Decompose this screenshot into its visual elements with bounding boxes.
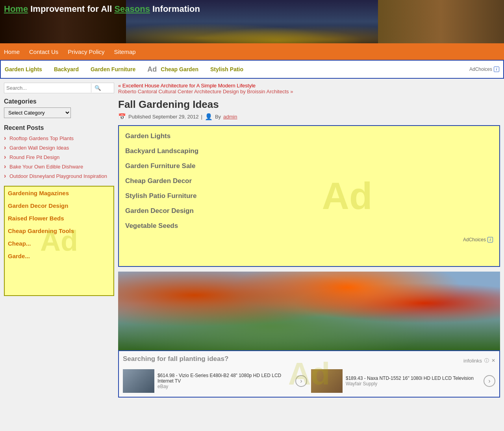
post-link[interactable]: Bake Your Own Edible Dishware bbox=[9, 164, 83, 170]
by-label: By bbox=[215, 114, 221, 120]
infolinks-arrow-1[interactable]: › bbox=[295, 375, 307, 387]
site-header: Home Improvement for All Seasons Informa… bbox=[0, 0, 504, 43]
adchoices-label: AdChoices bbox=[463, 237, 486, 242]
infolinks-body: $614.98 - Vizio E-Series E480i-B2 48" 10… bbox=[123, 369, 495, 393]
recent-posts-heading: Recent Posts bbox=[4, 124, 114, 131]
recent-posts-list: Rooftop Gardens Top Plants Garden Wall D… bbox=[4, 135, 114, 179]
sidebar: 🔍 Categories Select Category Recent Post… bbox=[4, 83, 114, 398]
infolinks-ad: Ad Searching for fall planting ideas? in… bbox=[118, 350, 500, 398]
post-link[interactable]: Garden Wall Design Ideas bbox=[9, 145, 69, 151]
ad-link-backyard[interactable]: Backyard Landscaping bbox=[125, 147, 493, 155]
separator: | bbox=[201, 114, 202, 120]
post-link[interactable]: Rooftop Gardens Top Plants bbox=[9, 135, 74, 141]
seasons-link[interactable]: Seasons bbox=[114, 4, 150, 14]
nav-home[interactable]: Home bbox=[4, 48, 20, 55]
nav-privacy[interactable]: Privacy Policy bbox=[68, 48, 104, 55]
infolinks-question: Searching for fall planting ideas? bbox=[123, 355, 228, 363]
sidebar-ad-gardening[interactable]: Gardening Magazines bbox=[8, 190, 110, 197]
nav-sitemap[interactable]: Sitemap bbox=[114, 48, 136, 55]
list-item: Round Fire Pit Design bbox=[4, 154, 114, 161]
categories-section: Categories Select Category bbox=[4, 98, 114, 124]
infolinks-text-1: $614.98 - Vizio E-Series E480i-B2 48" 10… bbox=[158, 373, 292, 389]
adchoices-icon: i bbox=[494, 67, 499, 72]
list-item: Outdoor Disneyland Playground Inspiratio… bbox=[4, 172, 114, 179]
ad-link-garden-furniture[interactable]: Garden Furniture Sale bbox=[125, 162, 493, 170]
list-item: Bake Your Own Edible Dishware bbox=[4, 163, 114, 170]
sidebar-ad-box: Ad Gardening Magazines Garden Decor Desi… bbox=[4, 186, 114, 296]
ad-link-garden-decor[interactable]: Garden Decor Design bbox=[125, 207, 493, 215]
category-select[interactable]: Select Category bbox=[4, 107, 71, 118]
site-title: Home Improvement for All Seasons Informa… bbox=[4, 4, 200, 14]
fall-image bbox=[118, 272, 500, 350]
article-title: Fall Gardening Ideas bbox=[118, 98, 500, 111]
user-icon: 👤 bbox=[205, 113, 213, 120]
ad-nav-garden-furniture[interactable]: Garden Furniture bbox=[91, 66, 135, 72]
sidebar-ad-decor[interactable]: Garden Decor Design bbox=[8, 202, 110, 209]
infolinks-item-2: $189.43 - Naxa NTD-1552 16" 1080i HD LED… bbox=[311, 369, 495, 393]
infolinks-branding: infolinks ⓘ ✕ bbox=[463, 357, 495, 364]
search-input[interactable] bbox=[4, 83, 91, 93]
sidebar-ad-tools[interactable]: Cheap Gardening Tools bbox=[8, 228, 110, 235]
ad-nav-garden-lights[interactable]: Garden Lights bbox=[5, 66, 42, 72]
nav-bar: Home Contact Us Privacy Policy Sitemap bbox=[0, 43, 504, 60]
categories-heading: Categories bbox=[4, 98, 114, 105]
ad-nav-backyard[interactable]: Backyard bbox=[54, 66, 79, 72]
search-bar: 🔍 bbox=[4, 83, 114, 93]
breadcrumb-prev[interactable]: « Excellent House Architecture for A Sim… bbox=[118, 83, 256, 89]
publish-date: Published September 29, 2012 bbox=[128, 114, 199, 120]
ad-link-vegetable[interactable]: Vegetable Seeds bbox=[125, 222, 493, 230]
ad-nav-cheap-garden[interactable]: Cheap Garden bbox=[161, 66, 198, 72]
ad-nav-bar: Garden Lights Backyard Garden Furniture … bbox=[0, 60, 504, 79]
infolinks-text-2: $189.43 - Naxa NTD-1552 16" 1080i HD LED… bbox=[346, 376, 480, 387]
article-meta: 📅 Published September 29, 2012 | 👤 By ad… bbox=[118, 113, 500, 120]
ad-link-stylish-patio[interactable]: Stylish Patio Furniture bbox=[125, 192, 493, 200]
main-container: 🔍 Categories Select Category Recent Post… bbox=[0, 79, 504, 401]
sidebar-ad-garden2[interactable]: Garde... bbox=[8, 253, 110, 260]
list-item: Rooftop Gardens Top Plants bbox=[4, 135, 114, 142]
ad-link-cheap-garden[interactable]: Cheap Garden Decor bbox=[125, 177, 493, 185]
ad-link-garden-lights[interactable]: Garden Lights bbox=[125, 132, 493, 140]
infolinks-thumb-1 bbox=[123, 369, 154, 393]
infolinks-close-icon[interactable]: ✕ bbox=[491, 358, 495, 363]
post-link[interactable]: Round Fire Pit Design bbox=[9, 154, 59, 160]
adchoices-icon-content: i bbox=[487, 237, 493, 242]
adchoices-nav[interactable]: AdChoices i bbox=[469, 67, 499, 72]
ad-label-nav: Ad bbox=[147, 65, 157, 74]
calendar-icon: 📅 bbox=[118, 113, 126, 120]
sidebar-ad-cheap2[interactable]: Cheap... bbox=[8, 240, 110, 247]
infolinks-item-1: $614.98 - Vizio E-Series E480i-B2 48" 10… bbox=[123, 369, 307, 393]
search-button[interactable]: 🔍 bbox=[91, 83, 104, 92]
infolinks-header: Searching for fall planting ideas? infol… bbox=[123, 355, 495, 366]
list-item: Garden Wall Design Ideas bbox=[4, 144, 114, 151]
post-link[interactable]: Outdoor Disneyland Playground Inspiratio… bbox=[9, 173, 107, 179]
sidebar-ad-flower[interactable]: Raised Flower Beds bbox=[8, 215, 110, 222]
author-link[interactable]: admin bbox=[223, 114, 237, 120]
breadcrumb-next[interactable]: Roberto Cantoral Cultural Center Archite… bbox=[118, 89, 293, 94]
ad-nav-stylish-patio[interactable]: Stylish Patio bbox=[210, 66, 243, 72]
infolinks-label: infolinks bbox=[463, 358, 482, 364]
infolinks-thumb-2 bbox=[311, 369, 343, 393]
breadcrumb: « Excellent House Architecture for A Sim… bbox=[118, 83, 500, 94]
main-content: « Excellent House Architecture for A Sim… bbox=[118, 83, 500, 398]
home-link[interactable]: Home bbox=[4, 4, 28, 14]
recent-posts: Recent Posts Rooftop Gardens Top Plants … bbox=[4, 124, 114, 179]
infolinks-info-icon: ⓘ bbox=[484, 357, 489, 364]
adchoices-content[interactable]: AdChoices i bbox=[125, 237, 493, 242]
nav-contact[interactable]: Contact Us bbox=[29, 48, 58, 55]
infolinks-arrow-2[interactable]: › bbox=[484, 375, 495, 387]
ad-content-box: Ad Garden Lights Backyard Landscaping Ga… bbox=[118, 125, 500, 267]
